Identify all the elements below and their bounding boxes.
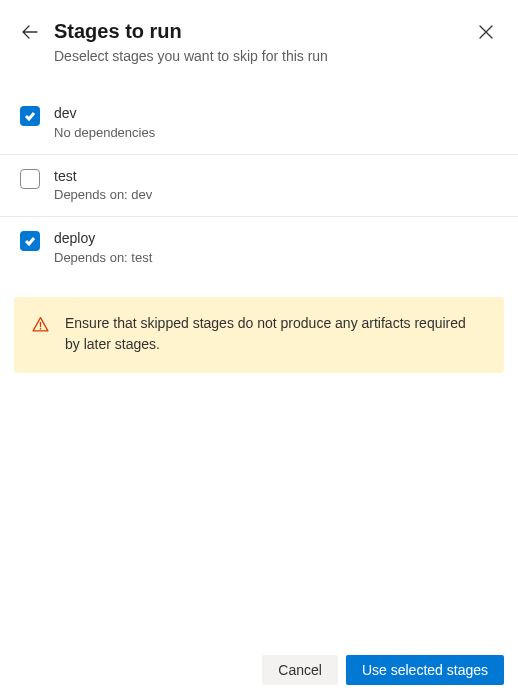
checkmark-icon <box>24 235 36 247</box>
warning-icon <box>32 316 49 336</box>
close-icon <box>478 24 494 40</box>
dialog-subtitle: Deselect stages you want to skip for thi… <box>54 48 460 64</box>
stage-row-test[interactable]: test Depends on: dev <box>0 155 518 218</box>
svg-point-1 <box>40 328 42 330</box>
stage-row-deploy[interactable]: deploy Depends on: test <box>0 217 518 279</box>
stage-dependencies: No dependencies <box>54 125 155 140</box>
back-arrow-icon <box>22 24 38 40</box>
dialog-footer: Cancel Use selected stages <box>0 641 518 699</box>
stage-name: test <box>54 167 152 187</box>
header-titles: Stages to run Deselect stages you want t… <box>54 18 460 64</box>
close-button[interactable] <box>474 20 498 44</box>
checkbox-test[interactable] <box>20 169 40 189</box>
stage-name: deploy <box>54 229 152 249</box>
warning-text: Ensure that skipped stages do not produc… <box>65 313 484 355</box>
stage-dependencies: Depends on: dev <box>54 187 152 202</box>
use-selected-stages-button[interactable]: Use selected stages <box>346 655 504 685</box>
back-button[interactable] <box>20 20 40 44</box>
stage-row-dev[interactable]: dev No dependencies <box>0 92 518 155</box>
stage-text: test Depends on: dev <box>54 167 152 203</box>
checkbox-dev[interactable] <box>20 106 40 126</box>
cancel-button[interactable]: Cancel <box>262 655 338 685</box>
checkbox-deploy[interactable] <box>20 231 40 251</box>
warning-banner: Ensure that skipped stages do not produc… <box>14 297 504 373</box>
dialog-header: Stages to run Deselect stages you want t… <box>0 0 518 74</box>
stage-name: dev <box>54 104 155 124</box>
dialog-title: Stages to run <box>54 18 460 44</box>
checkmark-icon <box>24 110 36 122</box>
stage-dependencies: Depends on: test <box>54 250 152 265</box>
stage-list: dev No dependencies test Depends on: dev… <box>0 92 518 279</box>
stage-text: dev No dependencies <box>54 104 155 140</box>
stage-text: deploy Depends on: test <box>54 229 152 265</box>
